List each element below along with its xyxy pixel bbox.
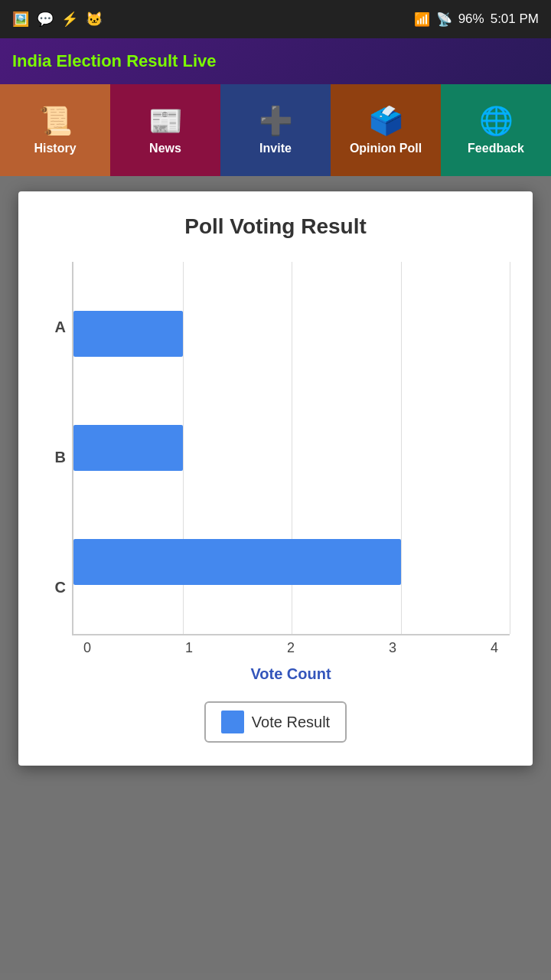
x-axis: 0 1 2 3 4 <box>72 635 510 661</box>
x-label-3: 3 <box>377 640 408 656</box>
nav-label-feedback: Feedback <box>468 142 524 155</box>
y-label-c: C <box>55 579 66 596</box>
invite-icon: ➕ <box>259 105 293 137</box>
chart-plot: 0 1 2 3 4 Vote Count <box>72 262 510 683</box>
grid-line-4 <box>510 262 510 634</box>
bar-row-a <box>73 307 510 361</box>
app-title: India Election Result Live <box>12 51 217 71</box>
app-header: India Election Result Live <box>0 38 551 84</box>
chart-bars-area <box>72 262 510 635</box>
nav-label-opinion-poll: Opinion Poll <box>350 142 422 155</box>
cat-icon: 🐱 <box>86 11 103 28</box>
x-label-0: 0 <box>72 640 103 656</box>
nav-label-news: News <box>149 142 181 155</box>
nav-label-invite: Invite <box>259 142 292 155</box>
legend-label: Vote Result <box>252 714 330 731</box>
bar-row-c <box>73 535 510 589</box>
nav-bar: 📜 History 📰 News ➕ Invite 🗳️ Opinion Pol… <box>0 84 551 176</box>
x-label-2: 2 <box>276 640 306 656</box>
nav-item-opinion-poll[interactable]: 🗳️ Opinion Poll <box>331 84 441 176</box>
nav-item-feedback[interactable]: 🌐 Feedback <box>441 84 551 176</box>
history-icon: 📜 <box>38 105 73 137</box>
signal-icon: 📡 <box>436 11 452 28</box>
legend: Vote Result <box>34 701 517 743</box>
news-icon: 📰 <box>148 105 183 137</box>
feedback-icon: 🌐 <box>479 105 514 137</box>
chat-icon: 💬 <box>37 11 54 28</box>
bar-b <box>73 425 183 471</box>
chart-y-labels: A B C <box>41 262 72 683</box>
status-bar-left: 🖼️ 💬 ⚡ 🐱 <box>12 11 103 28</box>
chart-container: A B C <box>34 262 517 683</box>
bar-c <box>73 539 401 585</box>
bar-a <box>73 311 183 357</box>
x-label-4: 4 <box>479 640 510 656</box>
bar-row-b <box>73 421 510 475</box>
bg-content: Poll Voting Result A B C <box>0 176 551 980</box>
vote-result-button[interactable]: Vote Result <box>204 701 347 743</box>
modal-title: Poll Voting Result <box>34 214 517 239</box>
x-axis-title: Vote Count <box>72 665 510 683</box>
battery-text: 96% <box>458 11 484 27</box>
nav-label-history: History <box>34 142 76 155</box>
status-bar-right: 📶 📡 96% 5:01 PM <box>414 11 539 28</box>
x-label-1: 1 <box>174 640 204 656</box>
nav-item-news[interactable]: 📰 News <box>110 84 220 176</box>
poll-result-modal: Poll Voting Result A B C <box>18 191 533 766</box>
opinion-poll-icon: 🗳️ <box>369 105 403 137</box>
modal-overlay: Poll Voting Result A B C <box>0 176 551 980</box>
chart-area: A B C <box>41 262 510 683</box>
legend-color-box <box>221 710 244 733</box>
bars-container <box>73 262 510 634</box>
status-bar: 🖼️ 💬 ⚡ 🐱 📶 📡 96% 5:01 PM <box>0 0 551 38</box>
nav-item-invite[interactable]: ➕ Invite <box>220 84 331 176</box>
overlay-background: Poll Voting Result A B C <box>0 176 551 980</box>
nav-item-history[interactable]: 📜 History <box>0 84 110 176</box>
usb-icon: ⚡ <box>61 11 78 28</box>
y-label-a: A <box>55 318 66 336</box>
time-text: 5:01 PM <box>491 11 539 27</box>
gallery-icon: 🖼️ <box>12 11 29 28</box>
wifi-icon: 📶 <box>414 11 430 28</box>
y-label-b: B <box>55 449 66 466</box>
